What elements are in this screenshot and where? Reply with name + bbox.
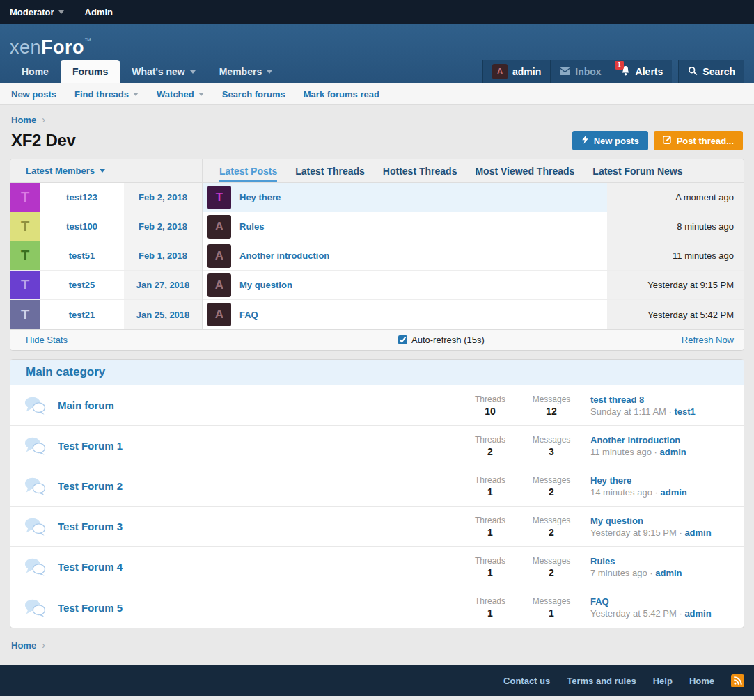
last-post-user-link[interactable]: test1 [674,406,695,417]
avatar[interactable]: A [207,215,231,239]
alerts-count-badge: 1 [615,61,625,70]
post-title-link[interactable]: Another introduction [239,250,329,261]
post-timestamp: 8 minutes ago [607,212,744,241]
alerts-button[interactable]: 1 Alerts [611,60,673,83]
auto-refresh-checkbox[interactable] [398,335,407,344]
forum-name-link[interactable]: Test Forum 1 [58,440,123,452]
subnav-search-forums[interactable]: Search forums [222,89,285,100]
forum-row: Main forum Threads10 Messages12 test thr… [10,385,744,426]
last-post-title-link[interactable]: My question [590,516,744,526]
forum-row: Test Forum 3 Threads1 Messages2 My quest… [10,507,744,547]
subnav-mark-forums-read[interactable]: Mark forums read [304,89,379,100]
account-username: admin [512,66,541,77]
category-title[interactable]: Main category [10,360,744,385]
avatar[interactable]: A [207,303,231,326]
breadcrumb: Home› [10,105,744,128]
last-post-user-link[interactable]: admin [655,568,682,578]
subnav-find-threads[interactable]: Find threads [74,89,139,100]
avatar[interactable]: T [207,186,231,209]
tab-most-viewed-threads[interactable]: Most Viewed Threads [475,159,574,182]
last-post-title-link[interactable]: Rules [590,556,744,566]
xenforo-logo[interactable]: xenForo™ [10,37,92,58]
site-header: xenForo™ Home Forums What's new Members … [0,24,754,83]
member-name-link[interactable]: test51 [69,250,95,261]
forum-name-link[interactable]: Main forum [58,399,114,411]
breadcrumb-home[interactable]: Home [11,640,36,651]
tab-home[interactable]: Home [10,60,61,83]
tab-latest-forum-news[interactable]: Latest Forum News [592,159,682,182]
member-name-link[interactable]: test100 [66,221,97,232]
forum-name-link[interactable]: Test Forum 3 [58,520,123,532]
tab-latest-threads[interactable]: Latest Threads [295,159,365,182]
member-name-link[interactable]: test21 [69,310,95,320]
forum-bubbles-icon [10,598,58,618]
inbox-button[interactable]: Inbox [550,60,610,83]
avatar[interactable]: T [10,241,40,270]
post-title-link[interactable]: My question [239,280,292,290]
forum-name-link[interactable]: Test Forum 2 [58,480,123,492]
threads-count: 1 [460,486,521,498]
chevron-down-icon [198,93,204,96]
breadcrumb-home[interactable]: Home [11,115,36,125]
last-post-title-link[interactable]: Another introduction [590,435,744,445]
post-title-link[interactable]: Rules [239,221,264,232]
member-name-link[interactable]: test123 [66,192,97,202]
forum-row: Test Forum 5 Threads1 Messages1 FAQ Yest… [10,587,744,628]
logo-foro: Foro [41,37,84,58]
member-row: T test100 Feb 2, 2018 [10,212,202,241]
auto-refresh-label: Auto-refresh (15s) [411,335,485,345]
moderator-menu[interactable]: Moderator [10,7,64,17]
tab-whats-new[interactable]: What's new [120,60,207,83]
footer-home[interactable]: Home [689,676,714,686]
footer-terms[interactable]: Terms and rules [567,676,636,686]
messages-count: 2 [521,486,582,498]
last-post-title-link[interactable]: Hey there [590,475,744,486]
subnav-new-posts[interactable]: New posts [11,89,56,100]
search-button[interactable]: Search [678,60,744,83]
post-row: A Another introduction 11 minutes ago [203,241,744,271]
footer-help[interactable]: Help [653,676,673,686]
refresh-now-link[interactable]: Refresh Now [682,335,734,345]
member-name-link[interactable]: test25 [69,280,95,290]
forum-name-link[interactable]: Test Forum 5 [58,602,123,614]
pencil-square-icon [663,135,672,146]
avatar[interactable]: T [10,183,40,212]
tab-members[interactable]: Members [207,60,284,83]
tab-hottest-threads[interactable]: Hottest Threads [383,159,457,182]
latest-members-list: T test123 Feb 2, 2018 T test100 Feb 2, 2… [10,183,203,329]
admin-link[interactable]: Admin [85,7,113,17]
last-post-title-link[interactable]: FAQ [590,596,744,607]
rss-icon[interactable] [731,674,744,687]
post-thread-button[interactable]: Post thread... [654,131,743,150]
last-post-title-link[interactable]: test thread 8 [590,395,744,405]
latest-members-menu[interactable]: Latest Members [10,159,203,182]
forum-stats-widget: Latest Members Latest Posts Latest Threa… [10,159,744,351]
threads-count: 1 [460,567,521,578]
post-row: T Hey there A moment ago [203,183,744,212]
last-post-user-link[interactable]: admin [684,608,711,619]
tab-forums[interactable]: Forums [61,60,120,83]
last-post-user-link[interactable]: admin [684,527,711,538]
forum-bubbles-icon [10,557,58,577]
avatar[interactable]: A [207,273,231,297]
last-post-user-link[interactable]: admin [660,487,686,498]
avatar[interactable]: T [10,212,40,241]
forum-name-link[interactable]: Test Forum 4 [58,561,123,573]
new-posts-button[interactable]: New posts [572,131,648,150]
avatar[interactable]: T [10,271,40,299]
post-title-link[interactable]: FAQ [239,310,258,320]
threads-count: 10 [460,406,521,417]
logo-xen: xen [10,37,41,58]
post-title-link[interactable]: Hey there [239,192,281,202]
hide-stats-link[interactable]: Hide Stats [26,335,68,345]
threads-label: Threads [460,435,521,445]
post-row: A My question Yesterday at 9:15 PM [203,271,744,300]
footer-contact-us[interactable]: Contact us [503,676,550,686]
avatar[interactable]: T [10,300,40,329]
last-post-user-link[interactable]: admin [660,447,686,457]
search-icon [688,66,698,78]
subnav-watched[interactable]: Watched [157,89,204,100]
avatar[interactable]: A [207,244,231,268]
account-menu[interactable]: A admin [482,60,550,83]
tab-latest-posts[interactable]: Latest Posts [219,159,277,182]
